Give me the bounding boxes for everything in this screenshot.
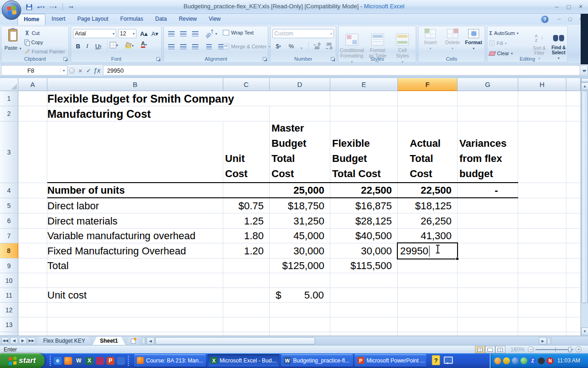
row-header-12[interactable]: 12 [0, 303, 18, 317]
cell-G3[interactable]: Variances from flex budget [458, 121, 518, 183]
cell-B6[interactable]: Direct materials [47, 213, 223, 229]
column-header-g[interactable]: G [458, 78, 518, 91]
cell-E7[interactable]: $40,500 [330, 229, 398, 243]
close-button[interactable]: ✕ [576, 3, 585, 10]
grow-font-button[interactable]: A▴ [139, 29, 149, 39]
zoom-slider-track[interactable] [536, 349, 573, 350]
vertical-split-handle[interactable] [581, 78, 588, 82]
cell-E5[interactable]: $16,875 [330, 198, 398, 213]
workbook-minimize-button[interactable]: ─ [555, 16, 563, 22]
scroll-right-button[interactable]: ▶ [539, 337, 547, 345]
cell-B1[interactable]: Flexible Budget for Smith Company [47, 91, 223, 106]
workbook-restore-button[interactable]: ▢ [566, 16, 574, 22]
quick-launch-messenger-icon[interactable] [96, 357, 104, 365]
row-header-1[interactable]: 1 [0, 91, 18, 106]
column-header-b[interactable]: B [47, 78, 223, 91]
tab-page-layout[interactable]: Page Layout [71, 14, 114, 25]
decrease-indent-button[interactable] [204, 41, 215, 52]
bottom-align-button[interactable] [190, 29, 201, 39]
cell-F5[interactable]: $18,125 [398, 198, 458, 213]
tab-formulas[interactable]: Formulas [114, 14, 149, 25]
horizontal-scroll-thumb[interactable] [155, 337, 315, 345]
cell-G4[interactable]: - [458, 183, 518, 198]
shrink-font-button[interactable]: A▾ [150, 29, 160, 39]
tab-split-handle-right[interactable] [548, 338, 551, 344]
tray-icon-globe[interactable] [494, 357, 501, 364]
column-header-e[interactable]: E [330, 78, 398, 91]
font-dialog-launcher[interactable] [156, 57, 160, 61]
page-break-view-button[interactable] [495, 346, 505, 353]
cell-F7[interactable]: 41,300 [398, 229, 458, 243]
tab-review[interactable]: Review [173, 14, 203, 25]
cut-button[interactable]: Cut [24, 29, 40, 37]
insert-worksheet-button[interactable] [125, 337, 141, 345]
quick-launch-word-icon[interactable]: W [75, 357, 83, 365]
percent-style-button[interactable]: % [286, 41, 296, 51]
orientation-button[interactable]: ab↗▾ [204, 29, 218, 39]
scroll-left-button[interactable]: ◀ [147, 337, 154, 345]
column-header-a[interactable]: A [18, 78, 47, 91]
tray-icon-dialer[interactable] [538, 357, 545, 364]
tab-data[interactable]: Data [149, 14, 173, 25]
cell-D11[interactable]: $5.00 [270, 288, 330, 303]
middle-align-button[interactable] [178, 29, 189, 39]
accounting-format-button[interactable]: $ ▾ [272, 41, 284, 51]
cell-B11[interactable]: Unit cost [47, 288, 223, 303]
page-layout-view-button[interactable] [485, 346, 495, 353]
format-cells-button[interactable]: Format ▾ [464, 29, 484, 51]
top-align-button[interactable] [166, 29, 177, 39]
cell-B9[interactable]: Total [47, 259, 223, 273]
insert-function-button[interactable]: ƒx [93, 66, 101, 75]
help-agent-icon[interactable]: ? [432, 355, 440, 365]
zoom-in-button[interactable]: + [576, 346, 582, 352]
decrease-decimal-button[interactable]: .00→.0 [323, 41, 334, 51]
delete-cells-button[interactable]: Delete ▾ [442, 29, 463, 51]
cell-D5[interactable]: $18,750 [270, 198, 330, 213]
quick-launch-excel-icon[interactable]: X [85, 357, 93, 365]
quick-launch-firefox-icon[interactable] [64, 357, 72, 365]
cancel-entry-button[interactable]: × [76, 66, 85, 75]
cell-D3[interactable]: Master Budget Total Cost [270, 121, 330, 183]
cell-B8[interactable]: Fixed Manufacturing Overhead [47, 243, 223, 259]
align-center-button[interactable] [178, 41, 189, 52]
active-cell-editor[interactable]: 29950 [397, 242, 458, 259]
align-left-button[interactable] [166, 41, 177, 52]
tray-icon-novell[interactable]: N [547, 357, 554, 364]
vertical-scroll-thumb[interactable] [582, 91, 588, 303]
cell-F4[interactable]: 22,500 [398, 183, 458, 198]
formula-bar-expand-button[interactable]: ▾▾ [580, 65, 588, 75]
row-header-6[interactable]: 6 [0, 213, 18, 229]
cell-C6[interactable]: 1.25 [223, 213, 270, 229]
insert-cells-button[interactable]: Insert ▾ [420, 29, 441, 51]
tray-icon-orb[interactable] [520, 357, 527, 364]
tray-icon-key[interactable] [512, 357, 519, 364]
next-sheet-button[interactable]: ▶ [19, 337, 27, 344]
column-header-partial[interactable] [566, 78, 581, 91]
help-icon[interactable]: ? [541, 16, 548, 23]
previous-sheet-button[interactable]: ◀ [10, 337, 18, 344]
row-header-5[interactable]: 5 [0, 198, 18, 213]
borders-button[interactable]: ▾ [110, 42, 118, 48]
select-all-button[interactable] [0, 78, 18, 91]
autosum-button[interactable]: Σ AutoSum ▾ [489, 29, 519, 37]
restore-button[interactable]: ▢ [564, 3, 573, 10]
scroll-up-button[interactable]: ▲ [581, 82, 588, 90]
cell-B3[interactable] [47, 121, 223, 183]
cell-C7[interactable]: 1.80 [223, 229, 270, 243]
cell-B7[interactable]: Variable manufacturing overhead [47, 229, 223, 243]
wrap-text-button[interactable]: Wrap Text [223, 30, 254, 35]
cell-E4[interactable]: 22,500 [330, 183, 398, 198]
quick-launch-powerpoint-icon[interactable]: P [107, 357, 114, 365]
tab-view[interactable]: View [203, 14, 226, 25]
font-color-button[interactable]: A▾ [141, 41, 147, 48]
sheet-tab-sheet1[interactable]: Sheet1 [92, 337, 125, 345]
cell-B4[interactable]: Number of units [47, 183, 223, 198]
row-header-9[interactable]: 9 [0, 259, 18, 273]
row-header-8[interactable]: 8 [0, 243, 18, 259]
tab-insert[interactable]: Insert [45, 14, 71, 25]
fill-button[interactable]: ↓ Fill ▾ [489, 39, 507, 47]
row-header-7[interactable]: 7 [0, 229, 18, 243]
cell-D4[interactable]: 25,000 [270, 183, 330, 198]
cell-F3[interactable]: Actual Total Cost [398, 121, 458, 183]
row-header-2[interactable]: 2 [0, 106, 18, 121]
